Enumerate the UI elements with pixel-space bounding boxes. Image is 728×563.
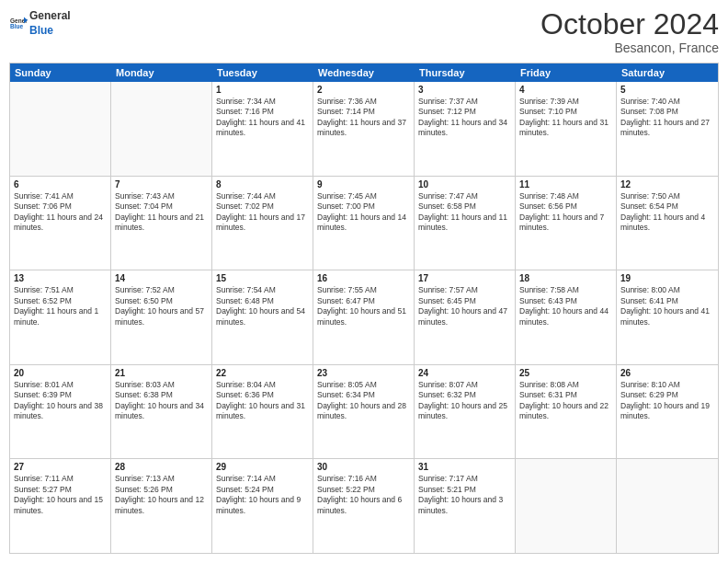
location: Besancon, France	[540, 40, 719, 55]
day-cell: 24Sunrise: 8:07 AM Sunset: 6:32 PM Dayli…	[415, 365, 516, 459]
day-number: 29	[216, 462, 309, 472]
logo-line1: General	[29, 9, 71, 24]
calendar: SundayMondayTuesdayWednesdayThursdayFrid…	[9, 63, 719, 554]
day-cell: 10Sunrise: 7:47 AM Sunset: 6:58 PM Dayli…	[415, 177, 516, 270]
week-row-1: 1Sunrise: 7:34 AM Sunset: 7:16 PM Daylig…	[10, 82, 718, 177]
day-info: Sunrise: 7:51 AM Sunset: 6:52 PM Dayligh…	[14, 285, 107, 327]
day-cell	[111, 82, 212, 176]
day-info: Sunrise: 7:16 AM Sunset: 5:22 PM Dayligh…	[317, 474, 410, 516]
day-number: 23	[317, 368, 410, 378]
day-cell: 27Sunrise: 7:11 AM Sunset: 5:27 PM Dayli…	[10, 459, 111, 553]
day-cell: 9Sunrise: 7:45 AM Sunset: 7:00 PM Daylig…	[313, 177, 415, 270]
day-info: Sunrise: 7:48 AM Sunset: 6:56 PM Dayligh…	[519, 191, 612, 234]
day-info: Sunrise: 7:37 AM Sunset: 7:12 PM Dayligh…	[418, 97, 511, 139]
day-info: Sunrise: 7:43 AM Sunset: 7:04 PM Dayligh…	[115, 191, 208, 234]
day-number: 15	[216, 273, 309, 283]
day-cell: 28Sunrise: 7:13 AM Sunset: 5:26 PM Dayli…	[111, 459, 212, 553]
day-cell	[10, 82, 111, 176]
day-info: Sunrise: 8:03 AM Sunset: 6:38 PM Dayligh…	[115, 380, 208, 422]
day-info: Sunrise: 8:04 AM Sunset: 6:36 PM Dayligh…	[216, 380, 309, 422]
day-cell: 30Sunrise: 7:16 AM Sunset: 5:22 PM Dayli…	[313, 459, 415, 553]
header: General Blue General Blue October 2024 B…	[9, 9, 719, 55]
day-number: 13	[14, 273, 107, 283]
day-number: 31	[418, 462, 511, 472]
day-info: Sunrise: 7:17 AM Sunset: 5:21 PM Dayligh…	[418, 474, 511, 516]
day-info: Sunrise: 7:44 AM Sunset: 7:02 PM Dayligh…	[216, 191, 309, 234]
day-cell: 6Sunrise: 7:41 AM Sunset: 7:06 PM Daylig…	[10, 177, 111, 270]
day-number: 12	[620, 179, 714, 190]
day-cell: 19Sunrise: 8:00 AM Sunset: 6:41 PM Dayli…	[617, 270, 718, 364]
day-number: 16	[317, 273, 410, 283]
logo-line2: Blue	[29, 24, 71, 39]
day-number: 3	[418, 85, 511, 95]
day-cell: 5Sunrise: 7:40 AM Sunset: 7:08 PM Daylig…	[617, 82, 718, 176]
day-info: Sunrise: 7:57 AM Sunset: 6:45 PM Dayligh…	[418, 285, 511, 327]
day-cell	[617, 459, 718, 553]
day-info: Sunrise: 7:11 AM Sunset: 5:27 PM Dayligh…	[14, 474, 107, 516]
day-cell: 8Sunrise: 7:44 AM Sunset: 7:02 PM Daylig…	[212, 177, 313, 270]
day-header-monday: Monday	[111, 63, 212, 82]
day-number: 7	[115, 179, 208, 190]
day-cell: 2Sunrise: 7:36 AM Sunset: 7:14 PM Daylig…	[313, 82, 415, 176]
day-header-friday: Friday	[516, 63, 617, 82]
day-cell: 1Sunrise: 7:34 AM Sunset: 7:16 PM Daylig…	[212, 82, 313, 176]
day-number: 5	[620, 85, 714, 95]
calendar-body: 1Sunrise: 7:34 AM Sunset: 7:16 PM Daylig…	[10, 82, 718, 553]
day-info: Sunrise: 8:07 AM Sunset: 6:32 PM Dayligh…	[418, 380, 511, 422]
day-cell: 12Sunrise: 7:50 AM Sunset: 6:54 PM Dayli…	[617, 177, 718, 270]
week-row-3: 13Sunrise: 7:51 AM Sunset: 6:52 PM Dayli…	[10, 270, 718, 365]
day-number: 9	[317, 179, 410, 190]
day-info: Sunrise: 7:52 AM Sunset: 6:50 PM Dayligh…	[115, 285, 208, 327]
day-cell: 31Sunrise: 7:17 AM Sunset: 5:21 PM Dayli…	[415, 459, 516, 553]
day-number: 17	[418, 273, 511, 283]
svg-text:Blue: Blue	[10, 23, 23, 29]
day-number: 20	[14, 368, 107, 378]
day-info: Sunrise: 8:08 AM Sunset: 6:31 PM Dayligh…	[519, 380, 612, 422]
day-info: Sunrise: 7:41 AM Sunset: 7:06 PM Dayligh…	[14, 191, 107, 234]
day-info: Sunrise: 7:36 AM Sunset: 7:14 PM Dayligh…	[317, 97, 410, 139]
day-header-sunday: Sunday	[10, 63, 111, 82]
day-cell: 25Sunrise: 8:08 AM Sunset: 6:31 PM Dayli…	[516, 365, 617, 459]
day-cell: 4Sunrise: 7:39 AM Sunset: 7:10 PM Daylig…	[516, 82, 617, 176]
day-number: 6	[14, 179, 107, 190]
day-number: 24	[418, 368, 511, 378]
logo: General Blue General Blue	[9, 9, 71, 38]
day-cell: 13Sunrise: 7:51 AM Sunset: 6:52 PM Dayli…	[10, 270, 111, 364]
day-info: Sunrise: 8:00 AM Sunset: 6:41 PM Dayligh…	[620, 285, 714, 327]
day-cell: 17Sunrise: 7:57 AM Sunset: 6:45 PM Dayli…	[415, 270, 516, 364]
day-info: Sunrise: 7:40 AM Sunset: 7:08 PM Dayligh…	[620, 97, 714, 139]
day-info: Sunrise: 8:10 AM Sunset: 6:29 PM Dayligh…	[620, 380, 714, 422]
day-number: 21	[115, 368, 208, 378]
day-header-saturday: Saturday	[617, 63, 718, 82]
day-info: Sunrise: 7:58 AM Sunset: 6:43 PM Dayligh…	[519, 285, 612, 327]
day-number: 2	[317, 85, 410, 95]
day-info: Sunrise: 7:39 AM Sunset: 7:10 PM Dayligh…	[519, 97, 612, 139]
day-number: 27	[14, 462, 107, 472]
day-header-thursday: Thursday	[415, 63, 516, 82]
day-number: 26	[620, 368, 714, 378]
day-cell	[516, 459, 617, 553]
day-number: 10	[418, 179, 511, 190]
day-number: 18	[519, 273, 612, 283]
week-row-2: 6Sunrise: 7:41 AM Sunset: 7:06 PM Daylig…	[10, 177, 718, 271]
day-cell: 21Sunrise: 8:03 AM Sunset: 6:38 PM Dayli…	[111, 365, 212, 459]
day-number: 14	[115, 273, 208, 283]
month-title: October 2024	[540, 9, 719, 39]
day-header-wednesday: Wednesday	[313, 63, 415, 82]
day-number: 19	[620, 273, 714, 283]
day-cell: 20Sunrise: 8:01 AM Sunset: 6:39 PM Dayli…	[10, 365, 111, 459]
day-number: 28	[115, 462, 208, 472]
day-info: Sunrise: 7:34 AM Sunset: 7:16 PM Dayligh…	[216, 97, 309, 139]
day-cell: 14Sunrise: 7:52 AM Sunset: 6:50 PM Dayli…	[111, 270, 212, 364]
day-number: 22	[216, 368, 309, 378]
day-number: 11	[519, 179, 612, 190]
day-cell: 11Sunrise: 7:48 AM Sunset: 6:56 PM Dayli…	[516, 177, 617, 270]
day-headers: SundayMondayTuesdayWednesdayThursdayFrid…	[10, 63, 718, 82]
logo-icon: General Blue	[9, 15, 28, 33]
day-number: 25	[519, 368, 612, 378]
day-info: Sunrise: 7:55 AM Sunset: 6:47 PM Dayligh…	[317, 285, 410, 327]
day-cell: 16Sunrise: 7:55 AM Sunset: 6:47 PM Dayli…	[313, 270, 415, 364]
day-cell: 15Sunrise: 7:54 AM Sunset: 6:48 PM Dayli…	[212, 270, 313, 364]
day-number: 8	[216, 179, 309, 190]
day-info: Sunrise: 8:01 AM Sunset: 6:39 PM Dayligh…	[14, 380, 107, 422]
